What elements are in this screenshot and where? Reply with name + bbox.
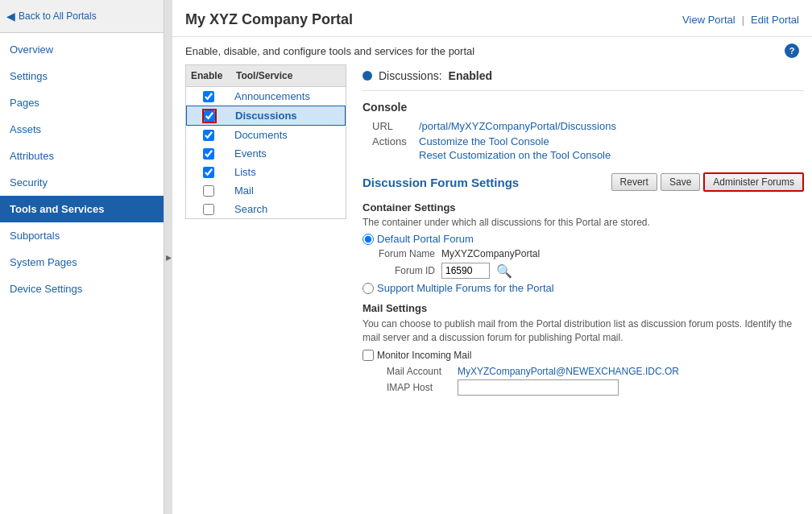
sidebar-item-tools-and-services[interactable]: Tools and Services (0, 196, 164, 222)
mail-label: Mail (231, 184, 346, 197)
content-body: Enable Tool/Service Announcements Discus… (172, 64, 812, 398)
events-checkbox[interactable] (203, 148, 214, 160)
announcements-checkbox-col (186, 91, 231, 102)
detail-panel: Discussions: Enabled Console URL /portal… (354, 64, 812, 398)
mail-checkbox-col (186, 185, 231, 197)
mail-settings-title: Mail Settings (362, 302, 804, 314)
forum-settings-title: Discussion Forum Settings (362, 176, 519, 189)
forum-id-input[interactable] (441, 263, 490, 279)
sub-header-description: Enable, disable, and configure tools and… (185, 45, 474, 57)
lists-checkbox-col (186, 167, 231, 178)
documents-label: Documents (231, 129, 346, 141)
container-description: The container under which all discussion… (362, 217, 804, 228)
tool-list-item-announcements[interactable]: Announcements (186, 87, 346, 106)
mail-account-row: Mail Account MyXYZCompanyPortal@NEWEXCHA… (387, 366, 804, 377)
multiple-forums-label: Support Multiple Forums for the Portal (377, 282, 554, 294)
forum-buttons: Revert Save Administer Forums (611, 172, 804, 192)
container-section: Container Settings The container under w… (362, 201, 804, 294)
documents-checkbox[interactable] (203, 130, 214, 141)
reset-customization-link[interactable]: Reset Customization on the Tool Console (419, 149, 611, 161)
header-separator: | (742, 14, 744, 26)
monitor-mail-label: Monitor Incoming Mail (377, 350, 471, 361)
tool-list-header: Enable Tool/Service (186, 65, 346, 87)
forum-id-row: Forum ID 🔍 (379, 263, 804, 279)
support-multiple-forums-option: Support Multiple Forums for the Portal (362, 282, 804, 294)
status-bar: Discussions: Enabled (362, 64, 804, 91)
sidebar-item-settings[interactable]: Settings (0, 63, 164, 89)
back-label: Back to All Portals (19, 10, 97, 22)
sidebar-item-overview[interactable]: Overview (0, 36, 164, 63)
sidebar-nav: Overview Settings Pages Assets Attribute… (0, 33, 164, 302)
mail-account-label: Mail Account (387, 366, 451, 377)
container-settings-title: Container Settings (362, 201, 804, 213)
forum-search-icon[interactable]: 🔍 (496, 263, 512, 279)
sidebar-item-pages[interactable]: Pages (0, 89, 164, 116)
page-header: My XYZ Company Portal View Portal | Edit… (172, 0, 812, 37)
forum-name-label: Forum Name (379, 248, 435, 259)
status-value: Enabled (449, 69, 492, 82)
sidebar: ◀ Back to All Portals Overview Settings … (0, 0, 164, 514)
page-title: My XYZ Company Portal (185, 11, 353, 28)
sub-header: Enable, disable, and configure tools and… (172, 37, 812, 64)
default-portal-forum-option: Default Portal Forum (362, 233, 804, 245)
tool-list-item-events[interactable]: Events (186, 144, 346, 163)
search-label: Search (231, 203, 346, 215)
revert-button[interactable]: Revert (611, 173, 657, 191)
documents-checkbox-col (186, 130, 231, 141)
forum-name-row: Forum Name MyXYZCompanyPortal (379, 248, 804, 259)
sidebar-item-security[interactable]: Security (0, 169, 164, 196)
console-actions-row: Actions Customize the Tool Console Reset… (362, 135, 804, 161)
tool-list-item-documents[interactable]: Documents (186, 126, 346, 144)
edit-portal-link[interactable]: Edit Portal (751, 14, 799, 26)
console-url-row: URL /portal/MyXYZCompanyPortal/Discussio… (362, 120, 804, 132)
sidebar-collapse-handle[interactable]: ▸ (164, 0, 172, 514)
mail-account-value: MyXYZCompanyPortal@NEWEXCHANGE.IDC.OR (458, 366, 679, 377)
discussions-label: Discussions (232, 110, 345, 122)
tool-list-item-lists[interactable]: Lists (186, 163, 346, 181)
search-checkbox-col (186, 204, 231, 215)
administer-forums-button[interactable]: Administer Forums (703, 172, 804, 192)
search-checkbox[interactable] (203, 204, 214, 215)
tool-list-item-discussions[interactable]: Discussions (186, 106, 346, 126)
events-label: Events (231, 147, 346, 160)
sidebar-item-subportals[interactable]: Subportals (0, 222, 164, 249)
tool-list-item-search[interactable]: Search (186, 200, 346, 218)
sidebar-item-system-pages[interactable]: System Pages (0, 249, 164, 276)
imap-host-input[interactable] (458, 379, 619, 396)
console-title: Console (362, 101, 804, 114)
default-forum-radio[interactable] (362, 234, 374, 245)
tool-list-item-mail[interactable]: Mail (186, 181, 346, 200)
back-to-all-portals[interactable]: ◀ Back to All Portals (0, 0, 164, 33)
lists-checkbox[interactable] (203, 167, 214, 178)
sidebar-item-assets[interactable]: Assets (0, 116, 164, 143)
monitor-mail-row: Monitor Incoming Mail (362, 350, 804, 361)
mail-settings-section: Mail Settings You can choose to publish … (362, 302, 804, 396)
mail-description: You can choose to publish mail from the … (362, 317, 804, 345)
mail-checkbox[interactable] (203, 185, 214, 197)
header-actions: View Portal | Edit Portal (682, 14, 799, 26)
imap-host-row: IMAP Host (387, 379, 804, 396)
default-forum-label: Default Portal Forum (377, 233, 474, 245)
console-section: Console URL /portal/MyXYZCompanyPortal/D… (362, 101, 804, 161)
url-label: URL (372, 120, 412, 132)
forum-id-label: Forum ID (379, 265, 435, 276)
sidebar-item-device-settings[interactable]: Device Settings (0, 276, 164, 302)
actions-label: Actions (372, 135, 412, 147)
tool-col-header: Tool/Service (231, 68, 346, 83)
save-button[interactable]: Save (661, 173, 700, 191)
monitor-mail-checkbox[interactable] (362, 350, 374, 361)
announcements-checkbox[interactable] (203, 91, 214, 102)
console-url-link[interactable]: /portal/MyXYZCompanyPortal/Discussions (419, 120, 616, 132)
help-icon[interactable]: ? (785, 44, 799, 58)
customize-console-link[interactable]: Customize the Tool Console (419, 135, 611, 147)
enable-col-header: Enable (186, 68, 231, 83)
imap-host-label: IMAP Host (387, 382, 451, 393)
view-portal-link[interactable]: View Portal (682, 14, 735, 26)
status-dot-icon (362, 71, 372, 81)
forum-settings: Discussion Forum Settings Revert Save Ad… (362, 172, 804, 396)
events-checkbox-col (186, 148, 231, 160)
sidebar-item-attributes[interactable]: Attributes (0, 143, 164, 169)
discussions-checkbox[interactable] (204, 110, 215, 122)
multiple-forums-radio[interactable] (362, 283, 374, 294)
main-content: My XYZ Company Portal View Portal | Edit… (172, 0, 812, 514)
